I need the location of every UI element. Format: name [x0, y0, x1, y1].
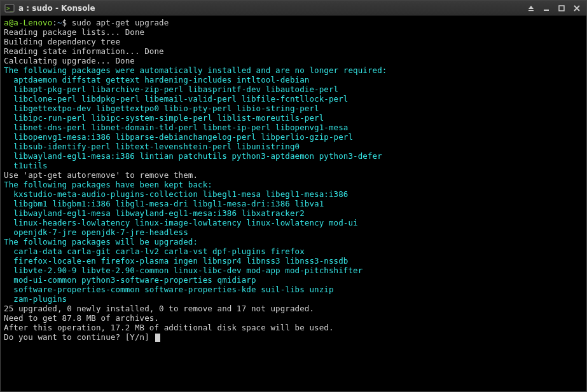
output-line: Calculating upgrade... Done — [4, 56, 135, 65]
close-button[interactable] — [571, 3, 583, 14]
svg-text:>_: >_ — [6, 5, 13, 11]
continue-prompt: Do you want to continue? [Y/n] — [4, 332, 154, 342]
konsole-window: >_ a : sudo - Konsole a@a-Lenovo:~$ sudo… — [0, 0, 587, 392]
package-line: t1utils — [4, 161, 48, 170]
svg-rect-4 — [559, 6, 564, 11]
package-line: libsub-identify-perl libtext-levenshtein… — [4, 142, 300, 151]
prompt-userhost: a@a-Lenovo — [4, 18, 52, 27]
text-cursor[interactable] — [155, 334, 160, 342]
package-line: libwayland-egl1-mesa libwayland-egl1-mes… — [4, 208, 305, 218]
prompt-sep: : — [52, 18, 57, 27]
package-line: libgettextpo-dev libgettextpo0 libio-pty… — [4, 104, 319, 113]
output-line: 25 upgraded, 0 newly installed, 0 to rem… — [4, 304, 314, 313]
maximize-button[interactable] — [556, 3, 567, 14]
window-title: a : sudo - Konsole — [18, 4, 95, 13]
package-line: libapt-pkg-perl libarchive-zip-perl liba… — [4, 84, 338, 94]
app-terminal-icon: >_ — [4, 3, 15, 13]
terminal-viewport[interactable]: a@a-Lenovo:~$ sudo apt-get upgrade Readi… — [1, 16, 586, 391]
package-line: mod-ui-common python3-software-propertie… — [4, 275, 256, 285]
package-line: libopenvg1-mesa:i386 libparse-debianchan… — [4, 132, 353, 142]
minimize-button[interactable] — [541, 3, 552, 14]
svg-rect-3 — [544, 10, 549, 11]
package-line: libipc-run-perl libipc-system-simple-per… — [4, 113, 324, 123]
package-line: linux-headers-lowlatency linux-image-low… — [4, 218, 358, 227]
package-line: zam-plugins — [4, 294, 67, 304]
prompt-space — [67, 18, 72, 27]
section-header: The following packages have been kept ba… — [4, 180, 212, 189]
package-line: carla-data carla-git carla-lv2 carla-vst… — [4, 247, 305, 256]
section-header: The following packages were automaticall… — [4, 65, 387, 75]
output-line: Need to get 87.8 MB of archives. — [4, 313, 159, 323]
package-line: software-properties-common software-prop… — [4, 285, 334, 294]
output-line: Use 'apt-get autoremove' to remove them. — [4, 170, 198, 180]
svg-rect-2 — [528, 10, 534, 11]
section-header: The following packages will be upgraded: — [4, 237, 198, 247]
package-line: kxstudio-meta-audio-plugins-collection l… — [4, 189, 348, 199]
output-line: Building dependency tree — [4, 37, 120, 46]
package-line: libwayland-egl1-mesa:i386 lintian patchu… — [4, 151, 382, 161]
package-line: firefox-locale-en firefox-plasma ingen l… — [4, 256, 348, 266]
titlebar[interactable]: >_ a : sudo - Konsole — [1, 1, 586, 16]
package-line: openjdk-7-jre openjdk-7-jre-headless — [4, 227, 188, 237]
package-line: libnet-dns-perl libnet-domain-tld-perl l… — [4, 123, 348, 132]
package-line: aptdaemon diffstat gettext hardening-inc… — [4, 75, 309, 84]
keep-above-button[interactable] — [525, 3, 537, 14]
prompt-path: ~ — [57, 18, 62, 27]
package-line: libvte-2.90-9 libvte-2.90-common linux-l… — [4, 266, 363, 275]
package-line: libgbm1 libgbm1:i386 libgl1-mesa-dri lib… — [4, 199, 324, 208]
output-line: Reading state information... Done — [4, 46, 164, 56]
package-line: libclone-perl libdpkg-perl libemail-vali… — [4, 94, 348, 104]
output-line: After this operation, 17.2 MB of additio… — [4, 323, 334, 332]
command-line: sudo apt-get upgrade — [72, 18, 169, 27]
output-line: Reading package lists... Done — [4, 27, 144, 37]
